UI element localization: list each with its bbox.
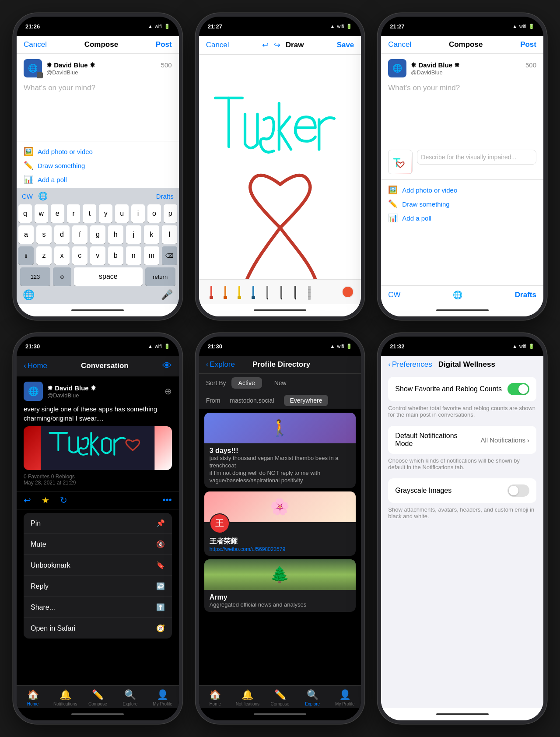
key-p[interactable]: p (164, 204, 177, 223)
pencil-1[interactable] (262, 284, 273, 300)
back-button-5[interactable]: ‹ Explore (206, 360, 235, 369)
menu-mute[interactable]: Mute 🔇 (24, 534, 172, 555)
cancel-button[interactable]: Cancel (24, 40, 47, 49)
menu-share[interactable]: Share... ⬆️ (24, 597, 172, 618)
post-button-3[interactable]: Post (520, 40, 536, 49)
toggle-3[interactable] (508, 484, 529, 497)
key-k[interactable]: k (144, 225, 159, 244)
key-del[interactable]: ⌫ (162, 246, 177, 265)
draw-canvas[interactable] (199, 55, 361, 279)
key-y[interactable]: y (99, 204, 112, 223)
key-o[interactable]: o (147, 204, 161, 223)
tab-profile-4[interactable]: 👤 My Profile (147, 689, 179, 706)
menu-reply[interactable]: Reply ↩️ (24, 576, 172, 597)
tab-explore-4[interactable]: 🔍 Explore (114, 689, 146, 706)
globe-key[interactable]: 🌐 (23, 289, 35, 301)
color-picker[interactable] (342, 286, 354, 298)
favorite-action-button[interactable]: ★ (42, 495, 49, 505)
menu-safari[interactable]: Open in Safari 🧭 (24, 618, 172, 639)
key-emoji[interactable]: ☺ (53, 267, 71, 286)
pencil-2[interactable] (276, 284, 287, 300)
brush-orange[interactable] (220, 284, 231, 300)
dir-profile-2[interactable]: 🌸 王 王者荣耀 https://weibo.com/u/5698023579 (204, 491, 356, 556)
sort-new-button[interactable]: New (267, 377, 294, 389)
draw-action[interactable]: ✏️ Draw something (24, 161, 172, 170)
key-w[interactable]: w (35, 204, 48, 223)
brush-blue[interactable] (248, 284, 259, 300)
drafts-button[interactable]: Drafts (156, 193, 174, 200)
cw-button-3[interactable]: CW (388, 291, 400, 299)
tab-profile-5[interactable]: 👤 My Profile (329, 689, 361, 706)
key-j[interactable]: j (126, 225, 141, 244)
globe-toolbar-3[interactable]: 🌐 (453, 290, 462, 300)
post-more-icon[interactable]: ⊕ (164, 386, 172, 397)
key-d[interactable]: d (54, 225, 70, 244)
key-r[interactable]: r (67, 204, 80, 223)
key-e[interactable]: e (51, 204, 64, 223)
from-mastodon-button[interactable]: mastodon.social (224, 395, 280, 406)
image-description-input[interactable]: Describe for the visually impaired... (417, 150, 536, 165)
tab-compose-5[interactable]: ✏️ Compose (264, 689, 296, 706)
key-u[interactable]: u (115, 204, 129, 223)
poll-action[interactable]: 📊 Add a poll (24, 175, 172, 184)
draw-action-3[interactable]: ✏️ Draw something (388, 199, 536, 209)
key-z[interactable]: z (36, 246, 52, 265)
more-action-button[interactable]: ••• (163, 495, 172, 505)
tab-explore-5[interactable]: 🔍 Explore (296, 689, 329, 706)
add-photo-action-3[interactable]: 🖼️ Add photo or video (388, 185, 536, 195)
add-photo-action[interactable]: 🖼️ Add photo or video (24, 147, 172, 156)
key-i[interactable]: i (131, 204, 145, 223)
key-l[interactable]: l (162, 225, 177, 244)
settings-row-2[interactable]: Default Notifications Mode All Notificat… (388, 426, 536, 454)
back-button-4[interactable]: ‹ Home (24, 361, 47, 370)
tab-home-5[interactable]: 🏠 Home (199, 689, 231, 706)
brush-yellow[interactable] (234, 284, 245, 300)
cancel-button-3[interactable]: Cancel (388, 40, 411, 49)
draw-cancel-button[interactable]: Cancel (206, 41, 229, 49)
key-x[interactable]: x (54, 246, 70, 265)
redo-icon[interactable]: ↪ (274, 40, 280, 50)
sort-active-button[interactable]: Active (231, 377, 262, 389)
tab-notifications-4[interactable]: 🔔 Notifications (49, 689, 81, 706)
undo-icon[interactable]: ↩ (262, 40, 269, 50)
reply-action-button[interactable]: ↩ (24, 495, 31, 505)
draw-save-button[interactable]: Save (337, 41, 354, 49)
from-everywhere-button[interactable]: Everywhere (284, 395, 329, 406)
brush-red[interactable] (206, 284, 217, 300)
key-h[interactable]: h (108, 225, 123, 244)
key-n[interactable]: n (126, 246, 141, 265)
profile-link-2[interactable]: https://weibo.com/u/5698023579 (210, 546, 351, 552)
key-b[interactable]: b (108, 246, 123, 265)
pencil-3[interactable] (290, 284, 301, 300)
key-123[interactable]: 123 (20, 267, 50, 286)
reblog-action-button[interactable]: ↻ (60, 495, 67, 505)
back-button-6[interactable]: ‹ Preferences (388, 360, 432, 369)
key-shift[interactable]: ⇧ (18, 246, 34, 265)
key-q[interactable]: q (18, 204, 32, 223)
ruler-tool[interactable] (304, 284, 315, 300)
dir-profile-1[interactable]: 🚶 3 days!!! just sixty thousand vegan Ma… (204, 413, 356, 488)
toggle-1[interactable] (508, 383, 529, 395)
key-return[interactable]: return (145, 267, 175, 286)
key-a[interactable]: a (18, 225, 34, 244)
cw-button[interactable]: CW (22, 193, 33, 200)
tab-home-4[interactable]: 🏠 Home (17, 689, 49, 706)
key-g[interactable]: g (90, 225, 105, 244)
menu-unbookmark[interactable]: Unbookmark 🔖 (24, 555, 172, 576)
eye-icon[interactable]: 👁 (162, 360, 172, 372)
poll-action-3[interactable]: 📊 Add a poll (388, 213, 536, 223)
compose-input-3[interactable]: What's on your mind? (381, 80, 543, 146)
key-v[interactable]: v (90, 246, 105, 265)
post-button-1[interactable]: Post (156, 40, 172, 49)
compose-input-1[interactable]: What's on your mind? (17, 80, 179, 139)
key-s[interactable]: s (36, 225, 52, 244)
mic-key[interactable]: 🎤 (161, 289, 173, 301)
dir-profile-3[interactable]: 🌲 Army Aggregated official news and anal… (204, 559, 356, 612)
drafts-button-3[interactable]: Drafts (515, 291, 536, 299)
globe-toolbar-icon[interactable]: 🌐 (38, 191, 48, 201)
tab-compose-4[interactable]: ✏️ Compose (81, 689, 114, 706)
key-m[interactable]: m (144, 246, 159, 265)
key-f[interactable]: f (72, 225, 88, 244)
key-c[interactable]: c (72, 246, 88, 265)
menu-pin[interactable]: Pin 📌 (24, 513, 172, 534)
